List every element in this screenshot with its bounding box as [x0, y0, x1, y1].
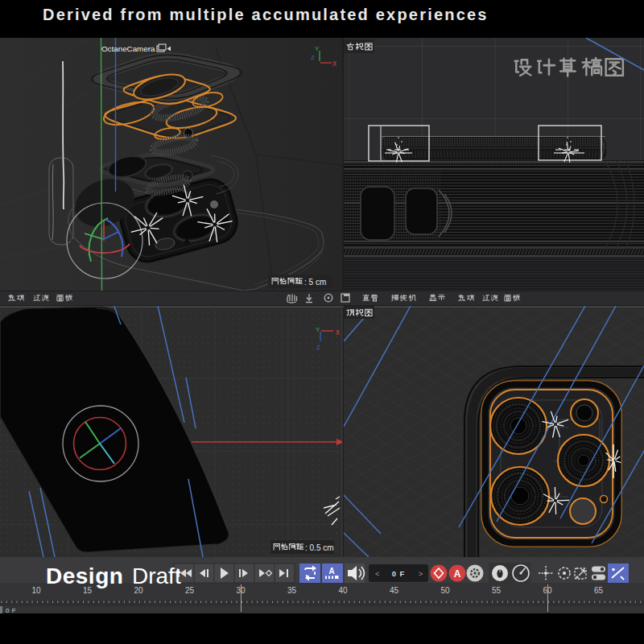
- svg-text:15: 15: [83, 586, 93, 595]
- svg-text:65: 65: [594, 586, 604, 595]
- svg-text:x: x: [336, 328, 340, 336]
- svg-text:25: 25: [185, 586, 195, 595]
- svg-text:: 0.5 cm: : 0.5 cm: [305, 543, 334, 552]
- svg-text:OctaneCamera: OctaneCamera: [101, 44, 155, 53]
- svg-text:10: 10: [31, 586, 41, 595]
- svg-text:Y: Y: [315, 45, 320, 52]
- svg-text:x: x: [332, 59, 336, 68]
- svg-text:50: 50: [440, 586, 450, 595]
- svg-text:Design: Design: [46, 564, 123, 588]
- svg-text:0 F: 0 F: [392, 569, 406, 578]
- svg-text:0 F: 0 F: [6, 607, 16, 614]
- svg-text:35: 35: [287, 586, 297, 595]
- svg-text:55: 55: [492, 586, 502, 595]
- svg-text:: 5 cm: : 5 cm: [304, 278, 326, 287]
- svg-text:Draft: Draft: [132, 564, 181, 588]
- svg-text:<: <: [375, 570, 379, 578]
- svg-text:20: 20: [134, 586, 143, 595]
- svg-text:40: 40: [338, 586, 348, 595]
- svg-text:A: A: [328, 567, 334, 576]
- svg-text:Y: Y: [316, 326, 320, 333]
- svg-text:Derived from multiple accumula: Derived from multiple accumulated experi…: [43, 6, 489, 23]
- svg-text:>: >: [419, 570, 423, 578]
- svg-text:Z: Z: [311, 54, 315, 61]
- svg-text:Z: Z: [316, 344, 320, 351]
- svg-text:45: 45: [390, 586, 399, 595]
- svg-text:A: A: [454, 568, 461, 580]
